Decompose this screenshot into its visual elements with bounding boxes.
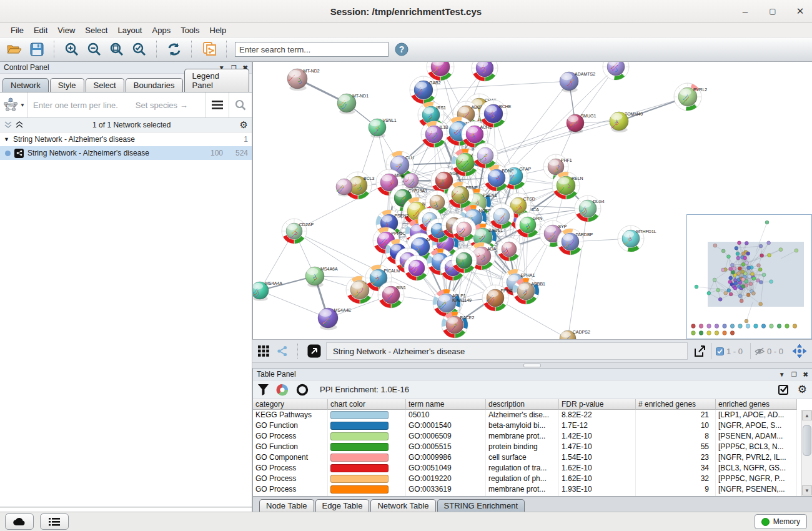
horizontal-splitter[interactable]	[252, 362, 812, 369]
task-history-button[interactable]	[40, 514, 69, 530]
ring-chart-icon[interactable]	[296, 384, 309, 396]
scrollbar-thumb[interactable]	[803, 425, 811, 456]
filter-icon[interactable]	[258, 384, 269, 395]
graph-node-gab2[interactable]: GAB2	[410, 76, 441, 104]
network-canvas[interactable]: MT-ND2MT-ND1VSNL1CD2APMS4A4AMS4A6AMS4A4E…	[252, 62, 812, 339]
graph-node[interactable]	[489, 204, 514, 229]
tab-legend-panel[interactable]: Legend Panel	[184, 69, 249, 92]
graph-node[interactable]	[473, 143, 498, 168]
zoom-in-button[interactable]	[62, 40, 81, 59]
network-list-item[interactable]: ▼String Network - Alzheimer's disease1	[0, 132, 252, 146]
menu-item-select[interactable]: Select	[81, 24, 112, 36]
tab-network[interactable]: Network	[2, 78, 49, 92]
graph-node[interactable]	[404, 256, 429, 280]
graph-node[interactable]	[472, 62, 498, 81]
graph-node-tomm40[interactable]: TOMM40	[610, 112, 643, 132]
tab-edge-table[interactable]: Edge Table	[315, 499, 370, 512]
graph-node-cd2ap[interactable]: CD2AP	[282, 219, 314, 244]
menu-item-view[interactable]: View	[53, 24, 79, 36]
minimize-button[interactable]: –	[738, 4, 752, 18]
help-button[interactable]: ?	[392, 40, 411, 59]
tab-node-table[interactable]: Node Table	[259, 499, 314, 512]
column-header-category[interactable]: category	[253, 399, 328, 410]
chart-color-icon[interactable]	[276, 384, 289, 396]
annotation-mode-button[interactable]	[306, 343, 322, 359]
select-rows-icon[interactable]	[778, 384, 790, 395]
graph-node-bin1[interactable]: BIN1	[378, 282, 406, 308]
table-row[interactable]: GO ComponentGO:0009986cell surface1.54E-…	[253, 452, 812, 463]
zoom-fit-button[interactable]	[107, 40, 126, 59]
table-row[interactable]: GO ProcessGO:0050435beta-amyloid m...2.0…	[253, 495, 812, 496]
table-scrollbar[interactable]: ▲ ▼	[801, 410, 812, 496]
table-row[interactable]: KEGG Pathways05010Alzheimer's dise...8.8…	[253, 410, 812, 420]
graph-node-vsnl1[interactable]: VSNL1	[369, 118, 397, 137]
column-header--enriched-genes[interactable]: # enriched genes	[636, 399, 716, 410]
scroll-up-icon[interactable]: ▲	[802, 410, 812, 420]
tab-style[interactable]: Style	[50, 78, 84, 92]
network-list-item[interactable]: String Network - Alzheimer's disease1005…	[0, 146, 252, 160]
graph-node-cadps2[interactable]: CADPS2	[560, 330, 590, 339]
graph-node-dlg4[interactable]: DLG4	[575, 196, 605, 222]
graph-node-epha5[interactable]: EPHA5	[482, 285, 515, 311]
tab-network-table[interactable]: Network Table	[370, 499, 435, 512]
cloud-tasks-button[interactable]	[5, 514, 34, 530]
graph-node[interactable]	[452, 217, 476, 241]
maximize-button[interactable]: ▢	[766, 4, 780, 18]
export-network-button[interactable]	[691, 343, 708, 359]
collapse-all-icon[interactable]	[4, 121, 12, 129]
menu-item-help[interactable]: Help	[205, 24, 231, 36]
column-header-term-name[interactable]: term name	[406, 399, 486, 410]
string-logo-button[interactable]: STRING ▼	[0, 92, 28, 117]
graph-node[interactable]	[603, 62, 629, 80]
graph-node[interactable]	[427, 62, 454, 81]
table-row[interactable]: GO ProcessGO:0019220regulation of ph...1…	[253, 474, 812, 484]
menu-item-file[interactable]: File	[6, 24, 28, 36]
graph-node[interactable]	[336, 179, 352, 197]
column-header-description[interactable]: description	[486, 399, 559, 410]
graph-node-tardbp[interactable]: TARDBP	[557, 229, 593, 255]
tab-boundaries[interactable]: Boundaries	[126, 78, 183, 92]
menu-item-tools[interactable]: Tools	[176, 24, 204, 36]
scroll-down-icon[interactable]: ▼	[802, 485, 812, 495]
search-input[interactable]	[235, 42, 389, 57]
graph-node-adamts2[interactable]: ADAMTS2	[560, 72, 595, 92]
graph-node[interactable]	[497, 237, 521, 261]
clone-network-button[interactable]	[200, 40, 219, 59]
graph-node-smug1[interactable]: SMUG1	[567, 114, 596, 133]
string-view-button[interactable]	[275, 344, 290, 359]
column-header-fdr-p-value[interactable]: FDR p-value	[559, 399, 636, 410]
menu-item-apps[interactable]: Apps	[148, 24, 176, 36]
column-header-chart-color[interactable]: chart color	[328, 399, 406, 410]
refresh-button[interactable]	[165, 40, 184, 59]
column-header-enriched-genes[interactable]: enriched genes	[716, 399, 797, 410]
menu-item-layout[interactable]: Layout	[113, 24, 146, 36]
tree-expand-icon[interactable]: ▼	[4, 136, 9, 142]
string-term-input[interactable]: Enter one term per line. Set species →	[28, 101, 205, 110]
network-options-gear-icon[interactable]: ⚙	[240, 119, 248, 131]
expand-all-icon[interactable]	[15, 121, 24, 129]
set-species-hint[interactable]: Set species →	[136, 101, 188, 110]
save-session-button[interactable]	[27, 40, 46, 59]
menu-item-edit[interactable]: Edit	[29, 24, 52, 36]
birdseye-view[interactable]	[686, 214, 812, 339]
panel-menu-icon[interactable]: ▼	[779, 371, 785, 378]
graph-node-mt-nd1[interactable]: MT-ND1	[337, 94, 369, 114]
graph-node[interactable]	[404, 173, 418, 189]
table-row[interactable]: GO ProcessGO:0033619membrane prot...1.93…	[253, 484, 812, 495]
table-row[interactable]: GO ProcessGO:0006509membrane prot...1.42…	[253, 431, 812, 442]
memory-button[interactable]: Memory	[755, 514, 807, 529]
graph-node-grn[interactable]: GRN	[515, 212, 542, 237]
table-row[interactable]: GO FunctionGO:0001540beta-amyloid bi...1…	[253, 420, 812, 431]
string-search-button[interactable]	[229, 92, 252, 117]
navigate-button[interactable]	[791, 342, 808, 360]
zoom-selected-button[interactable]	[130, 40, 149, 59]
graph-node[interactable]	[452, 248, 477, 273]
graph-node-bche[interactable]: BCHE	[480, 100, 512, 127]
tab-select[interactable]: Select	[86, 78, 124, 92]
table-row[interactable]: GO ProcessGO:0051049regulation of tra...…	[253, 463, 812, 474]
graph-node-ms4a4e[interactable]: MS4A4E	[318, 308, 352, 330]
graph-node-mthfd1l[interactable]: MTHFD1L	[618, 226, 656, 252]
table-row[interactable]: GO FunctionGO:0005515protein binding1.47…	[253, 442, 812, 452]
open-session-button[interactable]	[5, 40, 24, 59]
graph-node-bace2[interactable]: BACE2	[442, 312, 474, 338]
